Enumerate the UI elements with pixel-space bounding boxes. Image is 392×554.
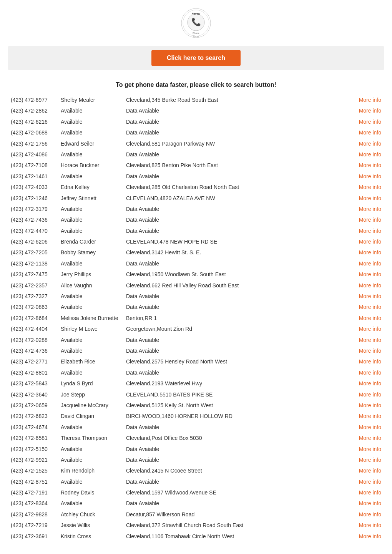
more-info-link[interactable]: More info (359, 468, 381, 474)
action-cell: More info (354, 367, 384, 378)
person-name: Available (58, 476, 123, 487)
address: Cleveland,5125 Kelly St. North West (123, 400, 354, 411)
person-name: Available (58, 444, 123, 454)
person-name: Available (58, 345, 123, 356)
phone-number: (423) 472-7327 (8, 291, 58, 302)
more-info-link[interactable]: More info (359, 511, 381, 518)
more-info-link[interactable]: More info (359, 271, 381, 277)
more-info-link[interactable]: More info (359, 217, 381, 223)
more-info-link[interactable]: More info (359, 239, 381, 245)
person-name: Jessie Willis (58, 520, 123, 531)
more-info-link[interactable]: More info (359, 370, 381, 376)
more-info-link[interactable]: More info (359, 500, 381, 506)
table-row: (423) 472-7436AvailableData AvaiableMore… (8, 214, 384, 225)
person-name: Available (58, 258, 123, 269)
logo: 📞 Reveal Phone Owner (181, 8, 211, 38)
phone-number: (423) 472-5150 (8, 444, 58, 454)
action-cell: More info (354, 302, 384, 312)
address: Data Avaiable (123, 345, 354, 356)
table-row: (423) 472-8751AvailableData AvaiableMore… (8, 476, 384, 487)
more-info-link[interactable]: More info (359, 489, 381, 496)
person-name: Theresa Thompson (58, 433, 123, 443)
action-cell: More info (354, 378, 384, 389)
more-info-link[interactable]: More info (359, 337, 381, 343)
more-info-link[interactable]: More info (359, 424, 381, 430)
action-cell: More info (354, 509, 384, 520)
action-cell: More info (354, 105, 384, 116)
action-cell: More info (354, 411, 384, 421)
phone-number: (423) 472-3640 (8, 389, 58, 400)
more-info-link[interactable]: More info (359, 391, 381, 398)
more-info-link[interactable]: More info (359, 195, 381, 201)
action-cell: More info (354, 335, 384, 345)
address: Data Avaiable (123, 335, 354, 345)
more-info-link[interactable]: More info (359, 206, 381, 212)
more-info-link[interactable]: More info (359, 97, 381, 103)
more-info-link[interactable]: More info (359, 479, 381, 485)
address: Data Avaiable (123, 226, 354, 236)
more-info-link[interactable]: More info (359, 249, 381, 255)
action-cell: More info (354, 138, 384, 149)
more-info-link[interactable]: More info (359, 380, 381, 386)
more-info-link[interactable]: More info (359, 282, 381, 289)
more-info-link[interactable]: More info (359, 141, 381, 147)
more-info-link[interactable]: More info (359, 533, 381, 539)
phone-number: (423) 472-2771 (8, 356, 58, 367)
more-info-link[interactable]: More info (359, 184, 381, 190)
action-cell: More info (354, 149, 384, 160)
address: Cleveland,2415 N Ocoee Street (123, 465, 354, 476)
more-info-link[interactable]: More info (359, 326, 381, 332)
more-info-link[interactable]: More info (359, 315, 381, 321)
table-row: (423) 472-9921AvailableData AvaiableMore… (8, 454, 384, 465)
more-info-link[interactable]: More info (359, 293, 381, 299)
table-row: (423) 472-3691Kristin CrossCleveland,110… (8, 531, 384, 542)
more-info-link[interactable]: More info (359, 119, 381, 125)
table-row: (423) 472-6581Theresa ThompsonCleveland,… (8, 433, 384, 443)
more-info-link[interactable]: More info (359, 446, 381, 452)
phone-number: (423) 472-4674 (8, 422, 58, 433)
table-row: (423) 472-1756Edward SeilerCleveland,581… (8, 138, 384, 149)
address: Data Avaiable (123, 214, 354, 225)
table-row: (423) 472-5150AvailableData AvaiableMore… (8, 444, 384, 454)
table-row: (423) 472-4674AvailableData AvaiableMore… (8, 422, 384, 433)
more-info-link[interactable]: More info (359, 108, 381, 114)
phone-number: (423) 472-5843 (8, 378, 58, 389)
more-info-link[interactable]: More info (359, 522, 381, 528)
table-row: (423) 472-7205Bobby StameyCleveland,3142… (8, 247, 384, 258)
search-button[interactable]: Click here to search (151, 50, 241, 66)
more-info-link[interactable]: More info (359, 348, 381, 354)
address: Data Avaiable (123, 204, 354, 214)
action-cell: More info (354, 454, 384, 465)
address: BIRCHWOOD,1460 HORNER HOLLOW RD (123, 411, 354, 421)
phone-number: (423) 472-4736 (8, 345, 58, 356)
phone-number: (423) 472-3691 (8, 531, 58, 542)
table-row: (423) 472-6977Shelby MealerCleveland,345… (8, 95, 384, 105)
phone-number: (423) 472-6581 (8, 433, 58, 443)
more-info-link[interactable]: More info (359, 162, 381, 168)
action-cell: More info (354, 160, 384, 171)
phone-number: (423) 472-7475 (8, 269, 58, 280)
more-info-link[interactable]: More info (359, 260, 381, 267)
more-info-link[interactable]: More info (359, 413, 381, 419)
more-info-link[interactable]: More info (359, 129, 381, 136)
phone-number: (423) 472-7436 (8, 214, 58, 225)
table-row: (423) 472-1246Jeffrey StinnettCLEVELAND,… (8, 193, 384, 204)
table-row: (423) 472-5843Lynda S ByrdCleveland,2193… (8, 378, 384, 389)
person-name: Rodney Davis (58, 487, 123, 498)
more-info-link[interactable]: More info (359, 304, 381, 310)
more-info-link[interactable]: More info (359, 358, 381, 365)
more-info-link[interactable]: More info (359, 402, 381, 408)
address: CLEVELAND,4820 AZALEA AVE NW (123, 193, 354, 204)
more-info-link[interactable]: More info (359, 228, 381, 234)
more-info-link[interactable]: More info (359, 151, 381, 158)
address: Data Avaiable (123, 454, 354, 465)
action-cell: More info (354, 116, 384, 127)
more-info-link[interactable]: More info (359, 173, 381, 179)
more-info-link[interactable]: More info (359, 457, 381, 463)
address: Cleveland,345 Burke Road South East (123, 95, 354, 105)
phone-number: (423) 472-0863 (8, 302, 58, 312)
action-cell: More info (354, 356, 384, 367)
phone-number: (423) 472-8684 (8, 313, 58, 323)
more-info-link[interactable]: More info (359, 435, 381, 441)
svg-text:📞: 📞 (191, 17, 201, 27)
